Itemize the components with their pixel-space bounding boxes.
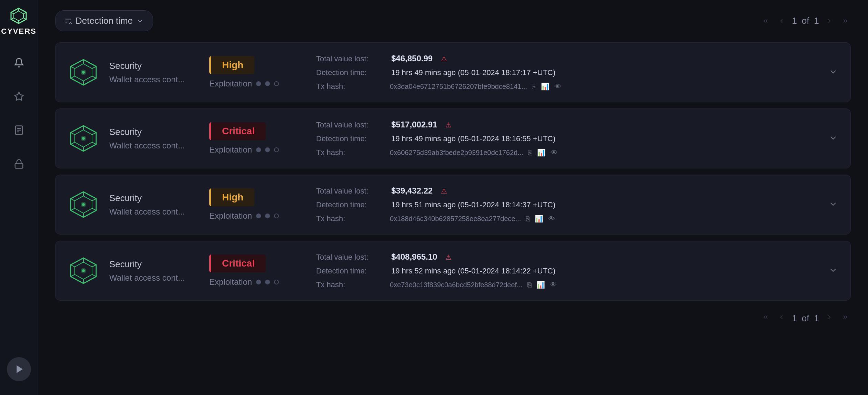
warning-icon-2: ⚠ [445, 121, 452, 129]
first-page-button[interactable] [760, 15, 771, 27]
next-page-bottom-button[interactable] [824, 312, 835, 325]
prev-page-button[interactable] [776, 15, 787, 27]
subcategory-label-3: Wallet access cont... [109, 207, 199, 217]
chart-icon-3[interactable]: 📊 [535, 215, 543, 223]
dot3-2 [274, 147, 279, 152]
expand-button-4[interactable] [828, 266, 838, 276]
chart-icon-1[interactable]: 📊 [541, 82, 549, 91]
expand-button-1[interactable] [828, 67, 838, 78]
hash-row-4: Tx hash: 0xe73e0c13f839c0a6bcd52bfe88d72… [316, 280, 838, 289]
svg-point-47 [82, 203, 85, 206]
value-row-1: Total value lost: $46,850.99 ⚠ [316, 54, 838, 63]
alert-severity-1: High Exploitation [209, 56, 306, 89]
alerts-list: Security Wallet access cont... High Expl… [55, 42, 851, 301]
view-icon-4[interactable]: 👁 [550, 281, 557, 289]
sidebar-item-favorites[interactable] [9, 87, 29, 107]
sort-label: Detection time [75, 15, 133, 26]
chart-icon-4[interactable]: 📊 [536, 281, 545, 289]
lock-icon [14, 159, 24, 170]
detection-row-1: Detection time: 19 hrs 49 mins ago (05-0… [316, 68, 838, 77]
hash-label-3: Tx hash: [316, 214, 385, 223]
alert-icon-1 [68, 57, 99, 88]
alert-category-4: Security Wallet access cont... [109, 259, 199, 283]
view-icon-3[interactable]: 👁 [548, 215, 555, 223]
pagination-top: 1 of 1 [760, 15, 851, 27]
svg-point-57 [82, 269, 85, 272]
warning-icon-3: ⚠ [441, 187, 447, 195]
detection-time-2: 19 hrs 49 mins ago (05-01-2024 18:16:55 … [391, 134, 555, 143]
svg-line-45 [71, 199, 75, 201]
sidebar: CYVERS [0, 0, 38, 395]
chart-icon-2[interactable]: 📊 [537, 148, 546, 157]
of-label-bottom: of [802, 313, 809, 324]
svg-rect-13 [15, 164, 23, 168]
copy-icon-3[interactable]: ⎘ [526, 215, 530, 223]
dot3-3 [274, 214, 279, 218]
detection-time-3: 19 hrs 51 mins ago (05-01-2024 18:14:37 … [391, 200, 555, 209]
view-icon-1[interactable]: 👁 [554, 83, 561, 91]
value-amount-4: $408,965.10 [391, 252, 437, 262]
logo: CYVERS [1, 7, 36, 36]
sidebar-item-documents[interactable] [9, 121, 29, 141]
sidebar-item-notifications[interactable] [9, 53, 29, 74]
hash-value-3: 0x188d46c340b62857258ee8ea277dece... [390, 215, 521, 223]
svg-line-31 [92, 133, 96, 135]
warning-icon-1: ⚠ [441, 55, 447, 63]
svg-line-32 [92, 142, 96, 144]
last-page-bottom-button[interactable] [840, 312, 851, 325]
hash-value-2: 0x606275d39ab3fbede2b9391e0dc1762d... [390, 149, 523, 157]
alert-card-1: Security Wallet access cont... High Expl… [55, 42, 851, 102]
page-current-bottom: 1 [792, 313, 797, 324]
severity-badge-1: High [209, 56, 254, 74]
copy-icon-2[interactable]: ⎘ [528, 149, 532, 157]
value-label-2: Total value lost: [316, 121, 385, 129]
value-amount-1: $46,850.99 [391, 54, 433, 63]
dot1-2 [256, 147, 261, 152]
alert-card-4: Security Wallet access cont... Critical … [55, 241, 851, 301]
svg-line-22 [92, 76, 96, 78]
alert-card-3: Security Wallet access cont... High Expl… [55, 175, 851, 235]
category-label-4: Security [109, 259, 199, 270]
alert-severity-4: Critical Exploitation [209, 254, 306, 287]
value-label-3: Total value lost: [316, 187, 385, 196]
svg-line-24 [71, 76, 75, 78]
sort-button[interactable]: Detection time [55, 10, 153, 31]
alert-severity-3: High Exploitation [209, 188, 306, 221]
next-page-button[interactable] [824, 15, 835, 27]
svg-line-51 [92, 265, 96, 267]
last-page-button[interactable] [840, 15, 851, 27]
sidebar-item-lock[interactable] [9, 154, 29, 175]
logo-text: CYVERS [1, 27, 36, 36]
exploit-row-1: Exploitation [209, 79, 306, 89]
detection-row-4: Detection time: 19 hrs 52 mins ago (05-0… [316, 267, 838, 276]
exploit-row-3: Exploitation [209, 211, 306, 221]
hash-label-1: Tx hash: [316, 82, 385, 91]
subcategory-label-4: Wallet access cont... [109, 273, 199, 283]
value-row-3: Total value lost: $39,432.22 ⚠ [316, 186, 838, 196]
svg-point-37 [82, 137, 85, 140]
alert-category-3: Security Wallet access cont... [109, 193, 199, 217]
svg-line-34 [71, 142, 75, 144]
severity-badge-3: High [209, 188, 254, 206]
detection-time-4: 19 hrs 52 mins ago (05-01-2024 18:14:22 … [391, 267, 555, 276]
value-row-2: Total value lost: $517,002.91 ⚠ [316, 120, 838, 129]
play-button[interactable] [7, 357, 31, 381]
alert-icon-4 [68, 255, 99, 286]
pagination-bottom: 1 of 1 [55, 312, 851, 325]
first-page-bottom-button[interactable] [760, 312, 771, 325]
bell-icon [14, 58, 24, 69]
detection-time-1: 19 hrs 49 mins ago (05-01-2024 18:17:17 … [391, 68, 555, 77]
dot3-1 [274, 81, 279, 86]
severity-badge-4: Critical [209, 254, 266, 272]
view-icon-2[interactable]: 👁 [551, 149, 557, 157]
expand-button-3[interactable] [828, 199, 838, 210]
category-label-3: Security [109, 193, 199, 204]
prev-page-bottom-button[interactable] [776, 312, 787, 325]
subcategory-label-1: Wallet access cont... [109, 75, 199, 84]
copy-icon-4[interactable]: ⎘ [527, 281, 532, 289]
category-label-1: Security [109, 61, 199, 71]
sidebar-navigation [9, 53, 29, 343]
expand-button-2[interactable] [828, 133, 838, 144]
copy-icon-1[interactable]: ⎘ [532, 83, 536, 91]
svg-line-41 [92, 199, 96, 201]
